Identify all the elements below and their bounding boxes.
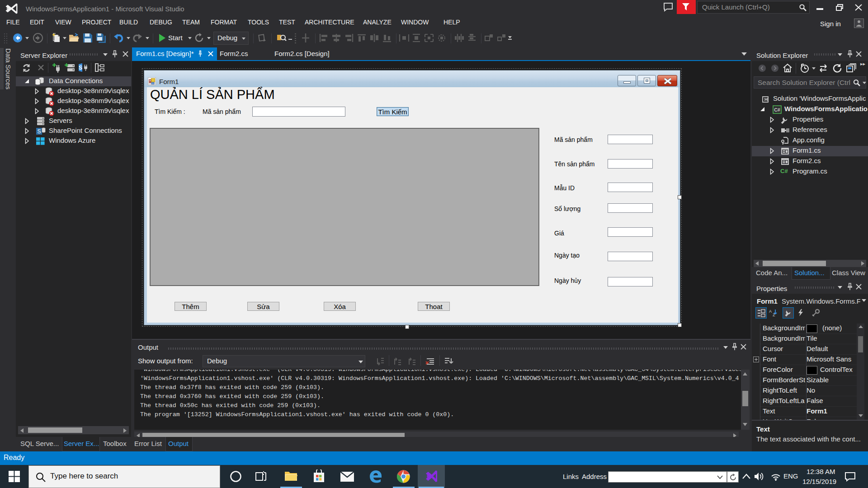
svg-text:S: S [79, 65, 82, 71]
svg-text:C#: C# [774, 107, 780, 113]
svg-text:A: A [769, 309, 772, 314]
svg-text:S: S [37, 128, 41, 135]
